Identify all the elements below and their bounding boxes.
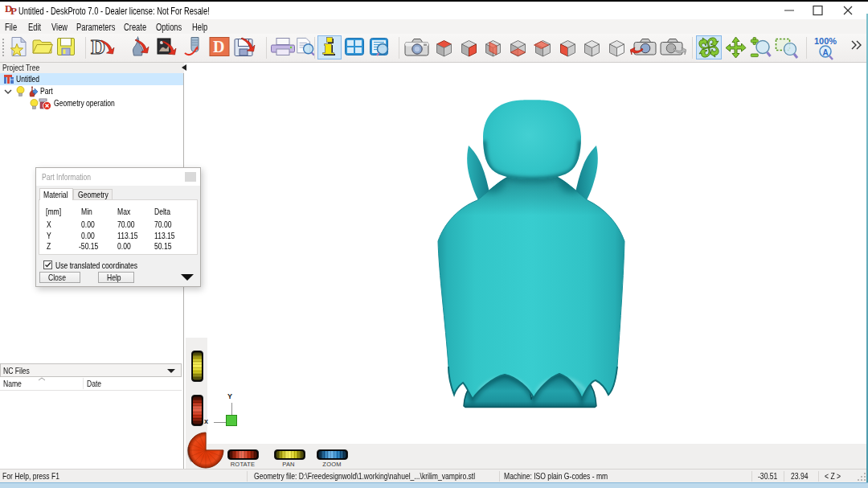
- svg-text:A: A: [823, 48, 829, 57]
- svg-text:100%: 100%: [814, 36, 837, 46]
- svg-text:D: D: [213, 38, 224, 55]
- svg-text:P: P: [10, 5, 17, 17]
- svg-text:D: D: [91, 36, 105, 57]
